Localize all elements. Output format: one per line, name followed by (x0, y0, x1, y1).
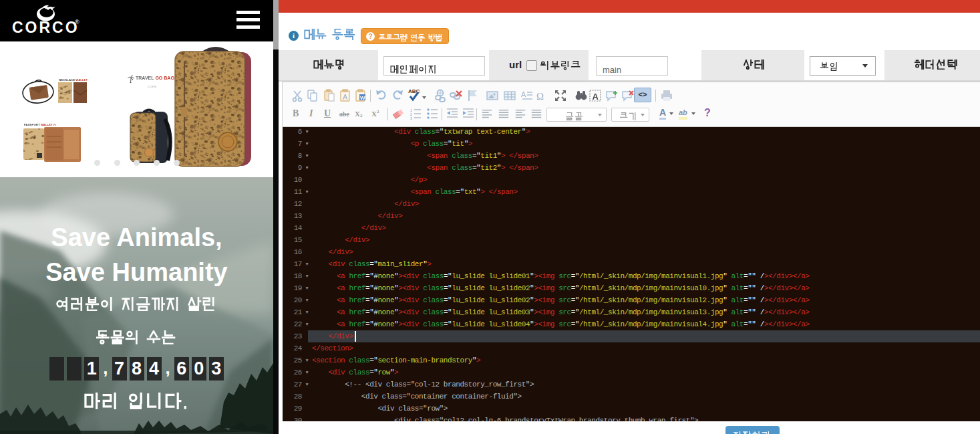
svg-text:A: A (521, 90, 526, 98)
svg-text:A: A (343, 93, 348, 101)
svg-text:Ω: Ω (536, 91, 544, 102)
svg-text:W: W (360, 95, 365, 101)
svg-text:A: A (593, 92, 599, 102)
svg-text:3: 3 (410, 116, 413, 120)
